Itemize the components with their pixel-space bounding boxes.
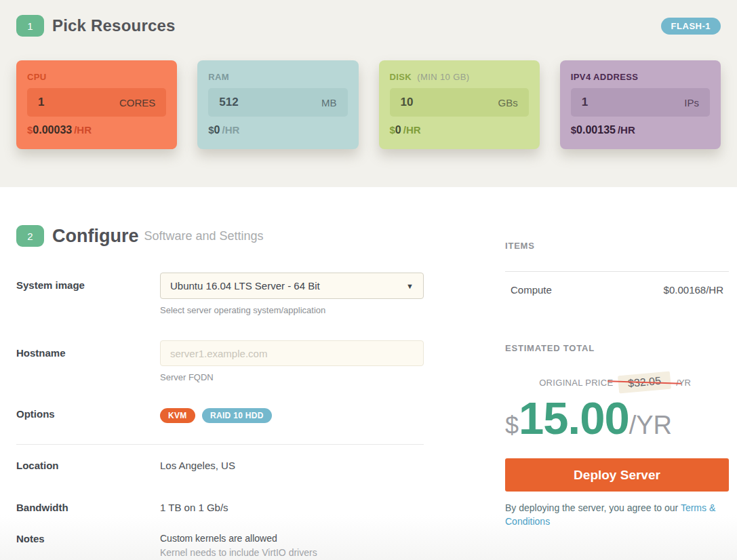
ipv4-card-label: IPV4 ADDRESS	[571, 72, 710, 82]
configure-section: 2 Configure Software and Settings System…	[0, 187, 737, 560]
disk-gb-unit: GBs	[498, 97, 518, 108]
item-price: $0.00168/HR	[664, 284, 723, 296]
system-image-label: System image	[16, 273, 160, 315]
estimated-total-heading: ESTIMATED TOTAL	[505, 343, 729, 353]
items-divider	[505, 271, 729, 272]
pick-resources-title: Pick Resources	[52, 16, 176, 35]
disk-gb-input[interactable]: 10 GBs	[390, 88, 529, 117]
chevron-down-icon: ▼	[406, 282, 414, 290]
notes-line-1: Custom kernels are allowed	[160, 533, 424, 544]
disk-price: $0/HR	[390, 124, 529, 136]
ram-mb-unit: MB	[321, 97, 337, 108]
step-1-badge: 1	[16, 15, 44, 37]
hostname-row: Hostname Server FQDN	[16, 340, 424, 382]
cpu-card-label: CPU	[27, 72, 166, 82]
total-amount: 15.00	[519, 395, 629, 441]
resource-cards: CPU 1 CORES $0.00033/HR RAM 512	[16, 60, 721, 149]
terms-text: By deploying the server, you agree to ou…	[505, 501, 729, 529]
resource-card-ipv4: IPV4 ADDRESS 1 IPs $0.00135/HR	[560, 60, 721, 149]
cpu-cores-unit: CORES	[119, 97, 155, 108]
options-label: Options	[16, 408, 160, 423]
original-price-label: ORIGINAL PRICE	[539, 378, 613, 388]
ipv4-ips-unit: IPs	[684, 97, 699, 108]
step-2-badge: 2	[16, 225, 44, 247]
raid-badge: RAID 10 HDD	[202, 408, 272, 423]
configure-title: Configure	[52, 226, 139, 247]
configure-header: 2 Configure Software and Settings	[16, 225, 264, 247]
order-summary: ITEMS Compute $0.00168/HR ESTIMATED TOTA…	[505, 241, 729, 529]
system-image-helper: Select server operating system/applicati…	[160, 305, 424, 315]
disk-card-label: DISK (MIN 10 GB)	[390, 72, 529, 82]
deploy-server-button[interactable]: Deploy Server	[505, 458, 729, 492]
hostname-input[interactable]	[160, 340, 424, 366]
notes-row: Notes Custom kernels are allowed Kernel …	[16, 533, 424, 558]
resource-card-disk: DISK (MIN 10 GB) 10 GBs $0/HR	[379, 60, 540, 149]
notes-line-2: Kernel needs to include VirtIO drivers	[160, 547, 424, 558]
options-row: Options KVM RAID 10 HDD	[16, 408, 424, 423]
plan-badge: FLASH-1	[661, 18, 721, 35]
deploy-server-page: 1 Pick Resources FLASH-1 CPU 1 CORES $0.…	[0, 0, 737, 560]
resource-card-cpu: CPU 1 CORES $0.00033/HR	[16, 60, 177, 149]
pick-resources-header: 1 Pick Resources FLASH-1	[16, 15, 721, 37]
resource-card-ram: RAM 512 MB $0/HR	[197, 60, 358, 149]
location-value: Los Angeles, US	[160, 460, 424, 471]
cpu-price: $0.00033/HR	[27, 124, 166, 136]
original-price-row: ORIGINAL PRICE $32.05 /YR	[505, 374, 729, 391]
configure-subtitle: Software and Settings	[144, 229, 264, 243]
ipv4-price: $0.00135/HR	[571, 124, 710, 136]
summary-item-compute: Compute $0.00168/HR	[505, 284, 729, 296]
bandwidth-value: 1 TB on 1 Gb/s	[160, 502, 424, 513]
original-price-sticker: $32.05	[618, 372, 671, 394]
bandwidth-row: Bandwidth 1 TB on 1 Gb/s	[16, 502, 424, 513]
kvm-badge: KVM	[160, 408, 195, 423]
system-image-row: System image Ubuntu 16.04 LTS Server - 6…	[16, 273, 424, 315]
cpu-cores-value: 1	[38, 96, 44, 109]
total-suffix: /YR	[629, 411, 672, 440]
system-image-selected-value: Ubuntu 16.04 LTS Server - 64 Bit	[170, 280, 320, 292]
ipv4-ips-input[interactable]: 1 IPs	[571, 88, 710, 117]
location-row: Location Los Angeles, US	[16, 460, 424, 471]
hostname-helper: Server FQDN	[160, 372, 424, 382]
items-heading: ITEMS	[505, 241, 729, 251]
estimated-total-price: $ 15.00 /YR	[505, 395, 729, 441]
location-label: Location	[16, 460, 160, 471]
form-divider	[16, 444, 424, 445]
disk-gb-value: 10	[401, 96, 414, 109]
cpu-cores-input[interactable]: 1 CORES	[27, 88, 166, 117]
ram-card-label: RAM	[208, 72, 347, 82]
bandwidth-label: Bandwidth	[16, 502, 160, 513]
ram-mb-input[interactable]: 512 MB	[208, 88, 347, 117]
system-image-select[interactable]: Ubuntu 16.04 LTS Server - 64 Bit ▼	[160, 273, 424, 299]
ram-price: $0/HR	[208, 124, 347, 136]
ipv4-ips-value: 1	[582, 96, 588, 109]
ram-mb-value: 512	[219, 96, 238, 109]
notes-label: Notes	[16, 533, 160, 558]
pick-resources-section: 1 Pick Resources FLASH-1 CPU 1 CORES $0.…	[0, 0, 737, 187]
hostname-label: Hostname	[16, 340, 160, 382]
item-name: Compute	[511, 284, 552, 296]
total-currency: $	[505, 412, 519, 440]
